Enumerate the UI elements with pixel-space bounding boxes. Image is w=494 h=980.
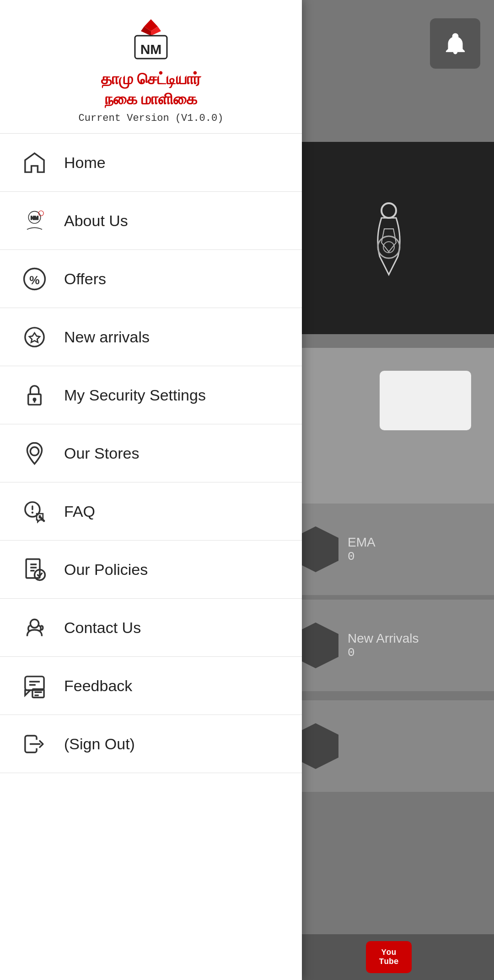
svg-text:%: % xyxy=(29,274,39,287)
bell-icon xyxy=(443,31,468,56)
menu-item-our-stores[interactable]: Our Stores xyxy=(0,424,302,482)
badge2-value: 0 xyxy=(348,646,419,660)
youtube-area: You Tube xyxy=(284,934,494,980)
svg-point-13 xyxy=(25,328,43,347)
svg-point-24 xyxy=(30,619,38,628)
jewelry-image xyxy=(361,192,416,284)
home-label: Home xyxy=(64,154,106,172)
our-stores-label: Our Stores xyxy=(64,444,139,462)
svg-point-1 xyxy=(378,236,400,258)
home-icon xyxy=(18,146,50,179)
jewelry-display-area xyxy=(284,142,494,334)
youtube-line2: Tube xyxy=(379,957,398,966)
svg-rect-25 xyxy=(25,677,43,690)
menu-item-offers[interactable]: % Offers xyxy=(0,250,302,308)
svg-point-17 xyxy=(30,447,38,455)
policies-icon xyxy=(18,553,50,585)
our-policies-label: Our Policies xyxy=(64,561,148,579)
badge1-label: EMA xyxy=(348,535,376,550)
feedback-icon xyxy=(18,670,50,702)
menu-item-faq[interactable]: FAQ xyxy=(0,482,302,541)
contact-icon xyxy=(18,612,50,644)
sign-out-icon xyxy=(18,728,50,760)
youtube-badge: You Tube xyxy=(366,941,412,973)
badge-area-new-arrivals: New Arrivals 0 xyxy=(284,600,494,691)
security-icon xyxy=(18,379,50,411)
offers-icon: % xyxy=(18,263,50,295)
brand-name-tamil: தாமு செட்டியார் நகை மாளிகை xyxy=(101,69,201,109)
badge-area-ema: EMA 0 xyxy=(284,504,494,595)
about-icon: NM xyxy=(18,205,50,237)
offers-label: Offers xyxy=(64,270,106,288)
contact-us-label: Contact Us xyxy=(64,619,141,637)
nm-logo: NM xyxy=(128,18,174,64)
svg-text:NM: NM xyxy=(30,215,38,221)
faq-label: FAQ xyxy=(64,503,95,520)
stores-icon xyxy=(18,437,50,469)
bg-white-card xyxy=(380,371,471,430)
notification-button[interactable] xyxy=(430,18,480,69)
badge1-value: 0 xyxy=(348,550,376,563)
menu-item-sign-out[interactable]: (Sign Out) xyxy=(0,715,302,773)
drawer-header: NM தாமு செட்டியார் நகை மாளிகை Current Ve… xyxy=(0,0,302,134)
menu-item-new-arrivals[interactable]: New arrivals xyxy=(0,308,302,366)
new-arrivals-icon xyxy=(18,321,50,353)
sign-out-label: (Sign Out) xyxy=(64,735,135,753)
version-text: Current Version (V1.0.0) xyxy=(79,113,224,124)
menu-item-our-policies[interactable]: Our Policies xyxy=(0,541,302,599)
menu-item-feedback[interactable]: Feedback xyxy=(0,657,302,715)
menu-item-security-settings[interactable]: My Security Settings xyxy=(0,366,302,424)
badge-area-3 xyxy=(284,700,494,792)
menu-list: Home NM About Us % xyxy=(0,134,302,773)
menu-item-contact-us[interactable]: Contact Us xyxy=(0,599,302,657)
faq-icon xyxy=(18,495,50,527)
svg-point-0 xyxy=(381,203,396,218)
security-settings-label: My Security Settings xyxy=(64,386,206,404)
menu-item-home[interactable]: Home xyxy=(0,134,302,192)
menu-item-about-us[interactable]: NM About Us xyxy=(0,192,302,250)
svg-text:NM: NM xyxy=(140,42,162,57)
navigation-drawer: NM தாமு செட்டியார் நகை மாளிகை Current Ve… xyxy=(0,0,302,980)
logo-container: NM xyxy=(128,18,174,64)
feedback-label: Feedback xyxy=(64,677,132,695)
about-us-label: About Us xyxy=(64,212,128,230)
new-arrivals-label: New arrivals xyxy=(64,328,150,346)
badge2-label: New Arrivals xyxy=(348,631,419,646)
youtube-line1: You xyxy=(381,948,396,957)
